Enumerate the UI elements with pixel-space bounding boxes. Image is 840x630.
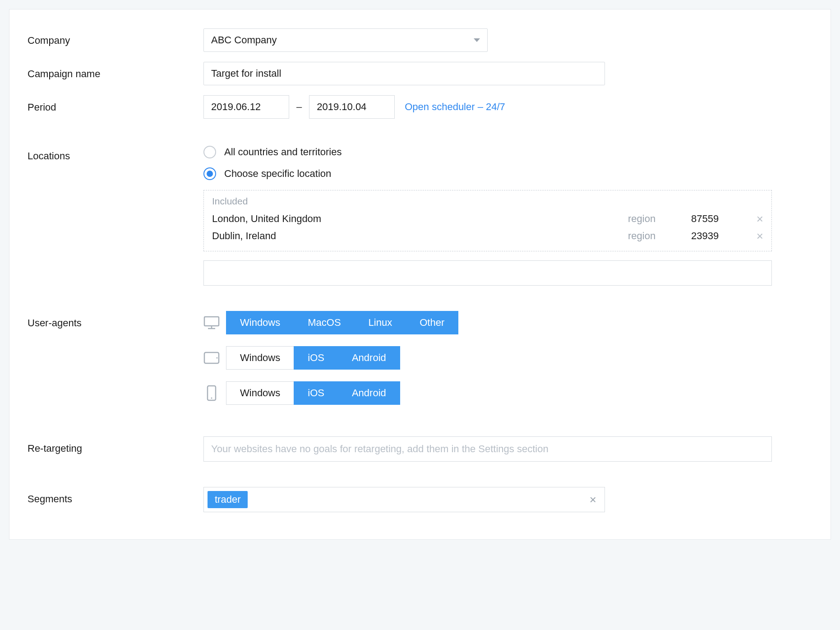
- ua-pill-mobile-android[interactable]: Android: [338, 381, 400, 405]
- period-controls: 2019.06.12 – 2019.10.04 Open scheduler –…: [203, 95, 812, 119]
- locations-included-box: Included London, United Kingdom region 8…: [203, 190, 772, 251]
- included-header: Included: [212, 196, 763, 207]
- label-campaign-name: Campaign name: [28, 62, 203, 80]
- ua-row-tablet: Windows iOS Android: [203, 346, 812, 370]
- period-separator: –: [296, 101, 302, 113]
- label-user-agents: User-agents: [28, 311, 203, 329]
- svg-rect-0: [204, 317, 219, 326]
- radio-label-specific: Choose specific location: [224, 168, 331, 180]
- retargeting-input[interactable]: Your websites have no goals for retarget…: [203, 436, 772, 462]
- radio-icon: [203, 167, 216, 180]
- ua-mobile-group: Windows iOS Android: [226, 381, 400, 405]
- label-retargeting: Re-targeting: [28, 436, 203, 454]
- ua-pill-tablet-android[interactable]: Android: [338, 346, 400, 370]
- row-retargeting: Re-targeting Your websites have no goals…: [28, 436, 812, 462]
- desktop-icon: [203, 315, 220, 330]
- clear-segments-button[interactable]: ×: [590, 494, 601, 505]
- row-company: Company ABC Company: [28, 28, 812, 52]
- ua-pill-desktop-macos[interactable]: MacOS: [294, 311, 355, 334]
- segment-chip[interactable]: trader: [208, 491, 248, 508]
- ua-pill-desktop-windows[interactable]: Windows: [226, 311, 294, 334]
- label-company: Company: [28, 28, 203, 46]
- radio-label-all: All countries and territories: [224, 146, 342, 158]
- location-count: 23939: [691, 230, 745, 242]
- locations-radio-all[interactable]: All countries and territories: [203, 144, 812, 160]
- locations-radio-specific[interactable]: Choose specific location: [203, 166, 812, 182]
- ua-pill-mobile-windows[interactable]: Windows: [226, 381, 294, 405]
- label-period: Period: [28, 95, 203, 113]
- remove-location-button[interactable]: ×: [745, 230, 763, 242]
- location-count: 87559: [691, 213, 745, 225]
- location-search-input[interactable]: [203, 260, 772, 286]
- location-name: Dublin, Ireland: [212, 230, 628, 242]
- chevron-down-icon: [474, 38, 480, 42]
- ua-pill-tablet-ios[interactable]: iOS: [294, 346, 338, 370]
- row-period: Period 2019.06.12 – 2019.10.04 Open sche…: [28, 95, 812, 119]
- ua-pill-desktop-linux[interactable]: Linux: [355, 311, 406, 334]
- campaign-name-input[interactable]: [211, 68, 597, 79]
- company-select[interactable]: ABC Company: [203, 28, 488, 52]
- location-row: Dublin, Ireland region 23939 ×: [212, 227, 763, 245]
- row-campaign-name: Campaign name: [28, 62, 812, 85]
- segments-input[interactable]: trader ×: [203, 487, 605, 512]
- mobile-icon: [203, 385, 220, 401]
- period-end-input[interactable]: 2019.10.04: [309, 95, 395, 119]
- campaign-form-panel: Company ABC Company Campaign name Period…: [9, 9, 831, 540]
- row-locations: Locations All countries and territories …: [28, 144, 812, 286]
- ua-tablet-group: Windows iOS Android: [226, 346, 400, 370]
- ua-row-mobile: Windows iOS Android: [203, 381, 812, 405]
- ua-pill-mobile-ios[interactable]: iOS: [294, 381, 338, 405]
- open-scheduler-link[interactable]: Open scheduler – 24/7: [405, 101, 505, 113]
- tablet-icon: [203, 351, 220, 365]
- remove-location-button[interactable]: ×: [745, 213, 763, 225]
- location-type: region: [628, 230, 691, 242]
- label-segments: Segments: [28, 487, 203, 505]
- location-type: region: [628, 213, 691, 225]
- row-segments: Segments trader ×: [28, 487, 812, 512]
- location-name: London, United Kingdom: [212, 213, 628, 225]
- svg-point-4: [217, 357, 218, 359]
- company-selected-value: ABC Company: [211, 34, 277, 46]
- period-start-input[interactable]: 2019.06.12: [203, 95, 289, 119]
- ua-row-desktop: Windows MacOS Linux Other: [203, 311, 812, 334]
- radio-icon: [203, 146, 216, 158]
- ua-desktop-group: Windows MacOS Linux Other: [226, 311, 458, 334]
- ua-pill-desktop-other[interactable]: Other: [406, 311, 458, 334]
- location-row: London, United Kingdom region 87559 ×: [212, 210, 763, 227]
- row-user-agents: User-agents Windows MacOS Linux Other: [28, 311, 812, 411]
- svg-point-6: [211, 398, 212, 399]
- campaign-name-input-wrap: [203, 62, 605, 85]
- label-locations: Locations: [28, 144, 203, 162]
- ua-pill-tablet-windows[interactable]: Windows: [226, 346, 294, 370]
